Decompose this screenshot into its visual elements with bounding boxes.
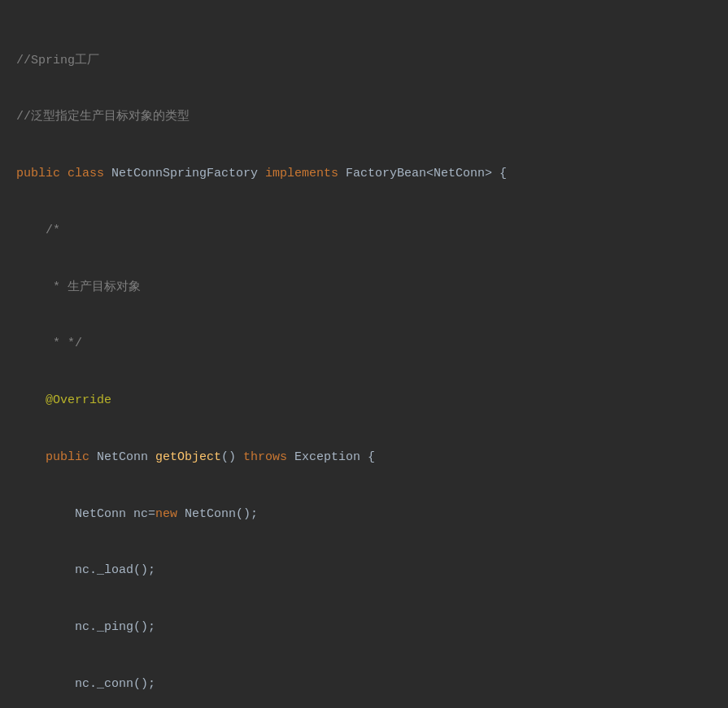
line-10: nc._load(); (16, 561, 712, 580)
line-1: //Spring工厂 (16, 51, 712, 70)
line-3: public class NetConnSpringFactory implem… (16, 164, 712, 183)
line-4: /* (16, 221, 712, 240)
keyword-implements: implements (265, 167, 346, 180)
newobj-9: NetConn(); (185, 507, 258, 521)
returntype-8: NetConn (97, 450, 155, 464)
keyword-public: public (16, 167, 68, 180)
line-2: //泛型指定生产目标对象的类型 (16, 107, 712, 126)
classname-netconn: NetConnSpringFactory (111, 167, 265, 180)
keyword-public-8: public (46, 450, 97, 464)
paren-8: () (221, 450, 243, 464)
method-getobject: getObject (155, 450, 221, 464)
line-12: nc._conn(); (16, 675, 712, 693)
line-6: * */ (16, 334, 712, 353)
line-7: @Override (16, 391, 712, 410)
indent-9: NetConn nc= (16, 507, 155, 521)
exception-8: Exception { (294, 450, 375, 464)
code-container: //Spring工厂 //泛型指定生产目标对象的类型 public class … (16, 13, 712, 708)
indent-8 (16, 450, 46, 464)
interface-name: FactoryBean<NetConn> { (346, 167, 507, 180)
keyword-new: new (155, 507, 185, 521)
line-5: * 生产目标对象 (16, 278, 712, 297)
line-8: public NetConn getObject() throws Except… (16, 448, 712, 467)
line-9: NetConn nc=new NetConn(); (16, 505, 712, 523)
keyword-class: class (68, 167, 111, 180)
line-11: nc._ping(); (16, 618, 712, 636)
keyword-throws: throws (243, 450, 294, 464)
